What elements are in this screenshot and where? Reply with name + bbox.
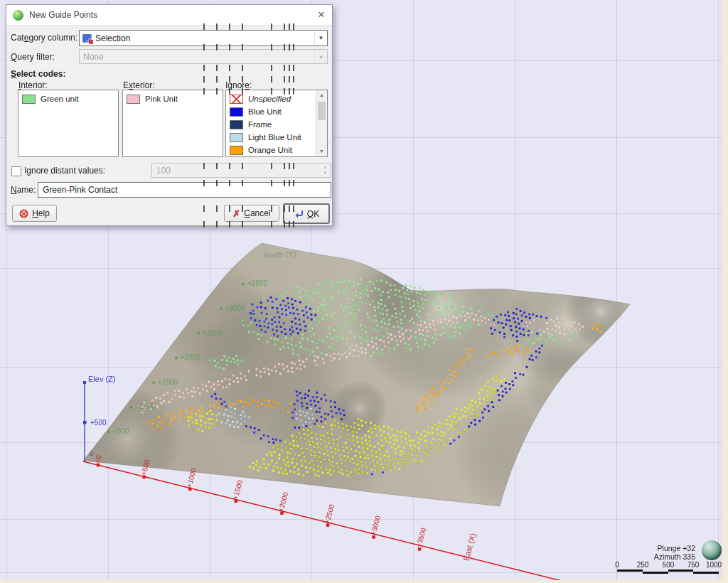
guide-points-icon [13,10,23,21]
spinner-arrows-icon: ▲▼ [320,164,331,177]
code-name: Orange Unit [248,146,292,154]
query-filter-label: Query filter: [11,52,55,62]
code-item[interactable]: Blue Unit [226,105,327,118]
cancel-button-label: Cancel [244,208,270,218]
close-icon[interactable]: ✕ [311,6,332,24]
ignore-distant-checkbox[interactable] [11,166,21,176]
category-column-combo[interactable]: Selection ▼ [79,30,328,46]
query-filter-value: None [83,52,104,62]
ignore-codes-list[interactable]: ▲ ▼ UnspecifiedBlue UnitFrameLight Blue … [225,90,328,157]
help-icon [19,209,28,218]
interior-label: Interior: [18,80,48,90]
code-item[interactable]: Light Blue Unit [226,131,327,144]
code-name: Blue Unit [248,107,282,116]
viewport-edge-bottom [0,580,728,583]
code-name: Frame [248,120,272,129]
name-input[interactable]: Green-Pink Contact [38,182,331,198]
code-item[interactable]: Orange Unit [226,144,327,156]
code-item[interactable]: Green unit [18,92,118,105]
ok-button-label: OK [307,209,319,219]
ignore-list-scrollbar[interactable]: ▲ ▼ [316,90,327,156]
color-swatch [230,95,243,104]
color-swatch [230,107,243,117]
cancel-x-icon: ✗ [232,208,240,219]
query-filter-combo: None ▼ [79,49,328,64]
code-item[interactable]: Pink Unit [123,92,223,105]
scrollbar-thumb[interactable] [318,102,326,120]
color-swatch [22,95,36,104]
code-name: Light Blue Unit [248,133,301,141]
category-column-value: Selection [95,33,130,43]
new-guide-points-dialog: New Guide Points ✕ Category column: Sele… [6,4,333,226]
code-name: Pink Unit [145,95,178,103]
color-swatch [230,120,243,129]
exterior-codes-list[interactable]: Pink Unit [122,90,223,157]
category-column-label: Category column: [11,33,77,43]
chevron-down-icon: ▼ [314,50,327,63]
ok-return-arrow-icon [294,210,304,218]
interior-codes-list[interactable]: Green unit [18,90,119,157]
code-item[interactable]: Frame [226,118,327,131]
chevron-down-icon[interactable]: ▼ [314,31,327,46]
ok-button[interactable]: OK [283,203,330,224]
dialog-titlebar[interactable]: New Guide Points ✕ [6,5,332,26]
code-name: Green unit [41,95,79,103]
dialog-title: New Guide Points [29,10,97,20]
color-swatch [230,133,243,142]
name-label: Name: [11,185,36,195]
category-column-icon [82,34,92,43]
scroll-up-icon[interactable]: ▲ [316,90,327,100]
viewport-edge-right [722,0,728,583]
select-codes-label: Select codes: [11,69,65,79]
help-button-label: Help [32,208,50,218]
ignore-distant-field: 100 ▲▼ [151,163,331,178]
cancel-button[interactable]: ✗ Cancel [224,205,279,222]
scroll-down-icon[interactable]: ▼ [316,146,327,156]
help-button[interactable]: Help [12,205,57,222]
color-swatch [230,146,243,155]
name-value: Green-Pink Contact [43,185,117,195]
exterior-label: Exterior: [123,80,155,90]
code-item[interactable]: Unspecified [226,92,327,105]
ignore-label: Ignore: [225,80,252,90]
ignore-distant-label: Ignore distant values: [24,166,105,176]
color-swatch [127,95,140,104]
code-name: Unspecified [248,95,291,103]
ignore-distant-value: 100 [156,166,171,176]
